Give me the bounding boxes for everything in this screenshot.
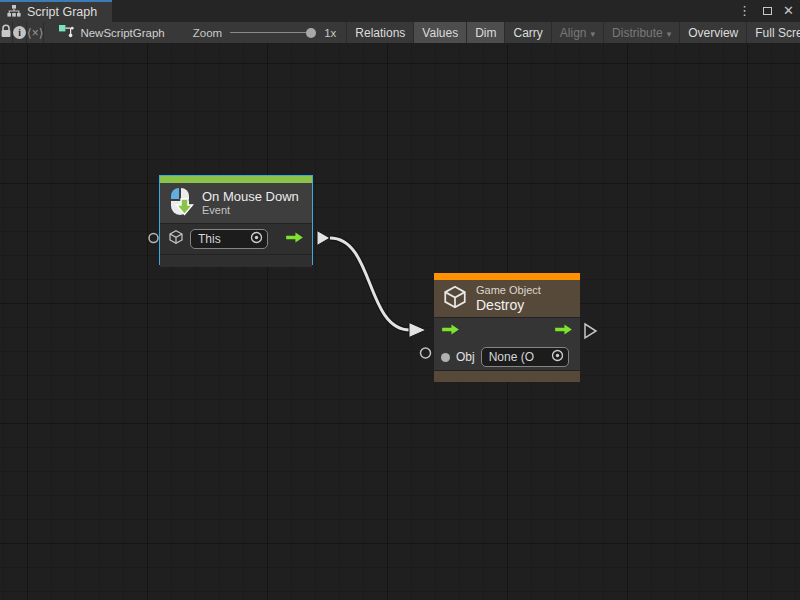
zoom-label: Zoom [193,27,222,39]
script-graph-asset-icon [58,24,74,42]
tab-script-graph[interactable]: Script Graph [0,0,112,22]
graph-canvas[interactable]: On Mouse Down Event This [0,44,800,600]
flow-output-arrow-icon[interactable] [554,322,573,340]
carry-button[interactable]: Carry [505,22,551,43]
node-accent-strip [160,176,312,183]
chevron-down-icon: ▾ [591,29,596,39]
node-footer [160,254,312,267]
game-object-icon [168,229,184,249]
node-subtitle: Event [202,204,299,217]
value-port-dot[interactable] [441,353,450,362]
object-value-field[interactable]: None (O [481,347,569,367]
values-button[interactable]: Values [414,22,467,43]
flow-output-arrow-icon[interactable] [285,230,304,248]
wire-layer [0,44,800,600]
game-object-icon [442,284,468,314]
target-input-port[interactable] [149,234,158,243]
node-header[interactable]: Game Object Destroy [434,280,580,317]
node-on-mouse-down[interactable]: On Mouse Down Event This [159,175,313,265]
zoom-value: 1x [324,27,336,39]
target-object-field[interactable]: This [190,229,268,249]
overview-button[interactable]: Overview [680,22,747,43]
zoom-slider[interactable] [230,27,316,39]
graph-hierarchy-icon [7,3,21,21]
dim-button[interactable]: Dim [467,22,505,43]
lock-button[interactable] [0,22,13,43]
code-icon: ⟨×⟩ [27,26,43,40]
graph-name-breadcrumb[interactable]: NewScriptGraph [44,22,176,43]
close-icon[interactable]: ✕ [781,0,796,22]
distribute-dropdown[interactable]: Distribute ▾ [604,22,680,43]
info-button[interactable]: i [13,22,27,43]
node-title: On Mouse Down [202,189,299,204]
graph-name-label: NewScriptGraph [80,27,164,39]
object-picker-icon[interactable] [551,348,564,366]
object-input-port[interactable] [421,348,431,358]
lock-icon [0,24,12,42]
zoom-slider-handle[interactable] [306,28,316,38]
relations-button[interactable]: Relations [347,22,414,43]
maximize-icon[interactable] [763,7,772,15]
info-icon: i [13,26,26,39]
input-port-label: Obj [456,350,475,364]
full-screen-button[interactable]: Full Screen [747,22,800,43]
chevron-down-icon: ▾ [667,29,672,39]
object-picker-icon[interactable] [250,230,263,248]
control-wire[interactable] [330,238,410,330]
node-category: Game Object [476,284,541,297]
node-footer [434,370,580,382]
code-preview-button[interactable]: ⟨×⟩ [27,22,44,43]
unity-script-graph-window: { "titlebar": { "tab_label": "Script Gra… [0,0,800,600]
mouse-down-icon [168,186,194,220]
graph-toolbar: i ⟨×⟩ NewScriptGraph Zoom 1x Relations V… [0,22,800,44]
flow-input-arrow-icon[interactable] [441,322,460,340]
node-destroy[interactable]: Game Object Destroy Obj [433,272,581,379]
align-dropdown[interactable]: Align ▾ [552,22,604,43]
trigger-output-port-empty[interactable] [585,324,596,338]
trigger-output-port-connected[interactable] [317,231,330,246]
node-accent-strip [434,273,580,280]
node-header[interactable]: On Mouse Down Event [160,183,312,223]
window-menu-icon[interactable]: ⋮ [735,0,754,22]
titlebar: Script Graph ⋮ ✕ [0,0,800,22]
tab-title: Script Graph [27,5,97,19]
node-title: Destroy [476,297,541,313]
zoom-control: Zoom 1x [177,22,348,43]
wire-arrowhead [409,323,426,338]
